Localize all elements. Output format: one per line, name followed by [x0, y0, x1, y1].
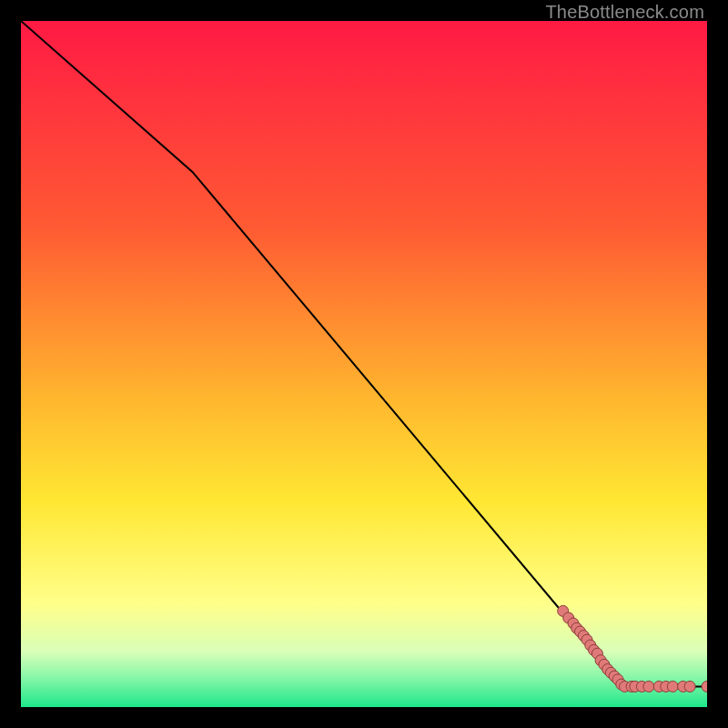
- chart-svg: [21, 21, 707, 707]
- data-point: [643, 681, 654, 692]
- data-point: [667, 681, 678, 692]
- data-point: [684, 681, 695, 692]
- attribution-text: TheBottleneck.com: [545, 2, 704, 23]
- gradient-background: [21, 21, 707, 707]
- chart-frame: [21, 21, 707, 707]
